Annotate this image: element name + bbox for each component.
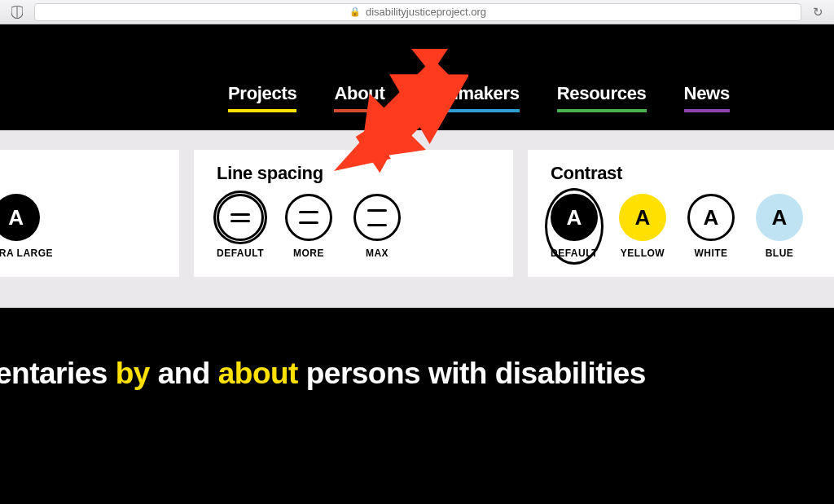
linespacing-max-label: MAX [366, 248, 388, 259]
textsize-xlarge-option[interactable]: A EXTRA LARGE [0, 194, 53, 259]
contrast-yellow-option[interactable]: A YELLOW [619, 194, 666, 259]
contrast-blue-icon: A [756, 194, 803, 241]
nav-resources[interactable]: Resources [557, 83, 647, 112]
linespacing-max-option[interactable]: MAX [353, 194, 401, 259]
contrast-yellow-icon: A [619, 194, 666, 241]
linespacing-default-label: DEFAULT [217, 248, 264, 259]
contrast-blue-option[interactable]: A BLUE [756, 194, 803, 259]
contrast-white-option[interactable]: A WHITE [687, 194, 735, 259]
url-text: disabilityjusticeproject.org [366, 6, 486, 18]
site-header: Projects About Filmmakers Resources News [0, 24, 834, 130]
hero-highlight-about: about [218, 357, 298, 390]
contrast-default-icon: A [551, 194, 598, 241]
textsize-card: A GE A EXTRA LARGE [0, 150, 179, 277]
hero-tagline: entaries by and about persons with disab… [0, 357, 834, 391]
hero-highlight-by: by [116, 357, 150, 390]
linespacing-default-icon [217, 194, 264, 241]
contrast-white-icon: A [687, 194, 735, 241]
textsize-title [0, 163, 156, 184]
linespacing-title: Line spacing [217, 163, 490, 184]
contrast-default-option[interactable]: A DEFAULT [551, 194, 598, 259]
linespacing-more-label: MORE [293, 248, 324, 259]
reload-button[interactable]: ↻ [808, 3, 827, 21]
nav-news[interactable]: News [684, 83, 730, 112]
nav-projects[interactable]: Projects [228, 83, 296, 112]
hero-text: entaries [0, 357, 116, 390]
linespacing-max-icon [353, 194, 401, 241]
linespacing-more-icon [285, 194, 332, 241]
lock-icon: 🔒 [349, 7, 361, 17]
linespacing-card: Line spacing DEFAULT MORE MAX [194, 150, 513, 277]
nav-about[interactable]: About [334, 83, 384, 112]
linespacing-more-option[interactable]: MORE [285, 194, 332, 259]
letter-a-icon: A [0, 194, 40, 241]
contrast-card: Contrast A DEFAULT A YELLOW A WHITE A BL… [528, 150, 834, 277]
contrast-white-label: WHITE [694, 248, 727, 259]
accessibility-panel: A GE A EXTRA LARGE Line spacing DEFAULT … [0, 130, 834, 308]
textsize-xlarge-label: EXTRA LARGE [0, 248, 53, 259]
hero: entaries by and about persons with disab… [0, 308, 834, 504]
hero-text: and [150, 357, 218, 390]
browser-chrome: 🔒 disabilityjusticeproject.org ↻ [0, 0, 834, 24]
contrast-blue-label: BLUE [766, 248, 794, 259]
nav-filmmakers[interactable]: Filmmakers [422, 83, 519, 112]
contrast-title: Contrast [551, 163, 811, 184]
contrast-yellow-label: YELLOW [621, 248, 665, 259]
hero-text: persons with disabilities [298, 357, 646, 390]
main-nav: Projects About Filmmakers Resources News [228, 83, 730, 112]
linespacing-default-option[interactable]: DEFAULT [217, 194, 264, 259]
privacy-shield-icon[interactable] [7, 3, 28, 21]
url-bar[interactable]: 🔒 disabilityjusticeproject.org [34, 3, 801, 21]
